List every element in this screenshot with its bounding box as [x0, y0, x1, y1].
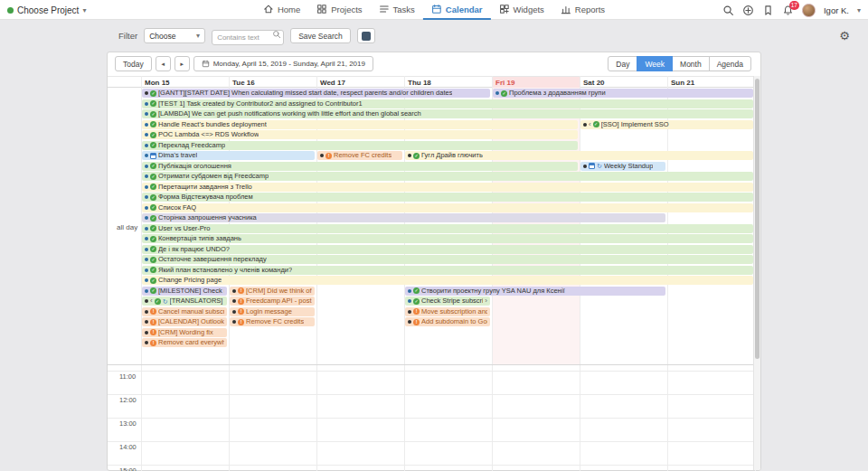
hour-line: [108, 371, 755, 372]
nav-item-widgets[interactable]: Widgets: [491, 0, 552, 20]
calendar-event[interactable]: ‹✓[SSO] Implement SSO: [580, 120, 753, 129]
event-color-dot: [145, 227, 148, 231]
chevron-down-icon[interactable]: ▾: [857, 6, 861, 14]
nav-item-tasks[interactable]: Tasks: [371, 0, 423, 20]
calendar-event[interactable]: Dima's travel: [142, 151, 315, 160]
calendar-event[interactable]: !Remove card everywhere: [142, 338, 227, 347]
notifications-bell-icon[interactable]: 17: [782, 5, 794, 16]
calendar-event[interactable]: !Remove FC credits: [230, 317, 315, 326]
calendar-event[interactable]: ✓Форма Відстежувача проблем: [142, 193, 753, 202]
calendar-event[interactable]: ![CRM] Did we think of ho...: [230, 287, 315, 296]
issue-icon: !: [238, 319, 244, 325]
recurring-icon: ↻: [163, 298, 168, 305]
calendar-event[interactable]: !Remove FC credits: [317, 151, 402, 160]
calendar-event[interactable]: ✓Де і як працює UNDO?: [142, 245, 753, 254]
calendar-event[interactable]: ✓[GANTT][START DATE] When calculating mi…: [142, 89, 490, 98]
calendar-event[interactable]: ✓Сторінка запрошення учасника: [142, 213, 665, 222]
view-button-agenda[interactable]: Agenda: [709, 56, 751, 71]
calendar-event[interactable]: ✓User vs User-Pro: [142, 224, 753, 233]
calendar-event[interactable]: !Freedcamp API - post to ...: [230, 297, 315, 306]
calendar-event[interactable]: ✓Гугл Драйв глючить: [405, 151, 753, 160]
event-title: Freedcamp API - post to ...: [246, 297, 312, 306]
calendar-event[interactable]: ✓Який план встановлено у членів команди?: [142, 266, 753, 275]
saved-searches-button[interactable]: [357, 28, 375, 43]
task-check-icon: ✓: [150, 100, 156, 107]
calendar-event[interactable]: ✓Проблема з додаванням групи: [493, 89, 753, 98]
prev-week-button[interactable]: ◄: [156, 56, 171, 71]
calendar-event[interactable]: ✓Check Stripe subscripti...›: [405, 297, 490, 306]
event-color-dot: [145, 154, 148, 157]
event-title: Move subscription and CC: [421, 307, 487, 316]
calendar-event[interactable]: ✓Отримати субдомен від Freedcamp: [142, 172, 753, 181]
scrollbar-thumb[interactable]: [755, 79, 760, 359]
settings-gear-icon[interactable]: ⚙: [839, 30, 850, 42]
nav-item-calendar[interactable]: Calendar: [423, 0, 491, 20]
save-search-button[interactable]: Save Search: [290, 28, 351, 43]
hour-line: [108, 465, 755, 466]
calendar-event[interactable]: !Login message: [230, 307, 315, 316]
add-icon[interactable]: [742, 5, 754, 16]
calendar-event[interactable]: ✓POC Lambda <=> RDS Workflow: [142, 130, 578, 139]
calendar-event[interactable]: ![CALENDAR] Outlook cale...: [142, 317, 227, 326]
main-nav: HomeProjectsTasksCalendarWidgetsReports: [255, 0, 613, 20]
date-range-button[interactable]: Monday, April 15, 2019 - Sunday, April 2…: [193, 56, 373, 71]
calendar-event[interactable]: ✓[MILESTONE] Check resul...: [142, 287, 227, 296]
calendar-event[interactable]: ✓Перетащити завдання з Trello: [142, 183, 753, 192]
search-icon[interactable]: [722, 5, 734, 16]
user-name[interactable]: Igor K.: [824, 5, 849, 15]
event-title: Login message: [246, 307, 292, 316]
bookmark-icon[interactable]: [762, 5, 774, 16]
calendar-event[interactable]: ✓Handle React's bundles deployment: [142, 120, 578, 129]
event-title: Change Pricing page: [158, 276, 222, 285]
issue-icon: !: [413, 319, 420, 325]
calendar-event[interactable]: ✓Остаточне завершення перекладу: [142, 255, 753, 264]
all-day-section: all day ✓[GANTT][START DATE] When calcul…: [108, 88, 755, 364]
next-week-button[interactable]: ►: [175, 56, 190, 71]
nav-item-reports[interactable]: Reports: [552, 0, 613, 20]
calendar-event[interactable]: ✓Конвертація типів завдань: [142, 234, 753, 243]
calendar-scrollbar[interactable]: [753, 76, 760, 470]
event-color-dot: [583, 123, 587, 127]
avatar[interactable]: [802, 4, 816, 17]
calendar-event[interactable]: ✓[LAMBDA] We can get push notifications …: [142, 109, 753, 118]
day-header-fri: Fri 19: [492, 77, 580, 88]
view-button-day[interactable]: Day: [608, 56, 637, 71]
calendar-event[interactable]: ‹✓↻[TRANSLATORS] Pr...: [142, 297, 227, 306]
event-title: Публікація оголошення: [158, 162, 231, 171]
view-button-week[interactable]: Week: [637, 56, 673, 71]
event-title: [CRM] Wording fix: [158, 328, 213, 337]
task-check-icon: ✓: [150, 121, 156, 127]
event-color-dot: [145, 320, 148, 324]
calendar-event[interactable]: ✓[TEST 1] Task created by Contributor2 a…: [142, 99, 753, 108]
event-color-dot: [145, 248, 148, 251]
event-color-dot: [145, 310, 148, 314]
calendar-event[interactable]: ✓Створити проектну групу YSA NAU для Ксе…: [405, 287, 665, 296]
calendar-event[interactable]: !Add subdomain to Google: [405, 317, 490, 326]
calendar-event[interactable]: !Move subscription and CC: [405, 307, 490, 316]
event-title: [CALENDAR] Outlook cale...: [158, 317, 224, 326]
nav-item-projects[interactable]: Projects: [308, 0, 370, 20]
continues-left-icon: ‹: [150, 297, 153, 306]
calendar-event[interactable]: ↻Weekly Standup: [580, 162, 665, 171]
event-title: Handle React's bundles deployment: [158, 120, 267, 129]
calendar-event[interactable]: ✓Публікація оголошення: [142, 162, 578, 171]
calendar-event[interactable]: ![CRM] Wording fix: [142, 328, 227, 337]
event-title: Гугл Драйв глючить: [421, 151, 483, 160]
today-button[interactable]: Today: [115, 56, 152, 71]
tasks-icon: [379, 4, 390, 14]
view-button-month[interactable]: Month: [672, 56, 710, 71]
calendar-event[interactable]: !Cancel manual subscripti...: [142, 307, 227, 316]
nav-item-home[interactable]: Home: [255, 0, 308, 20]
event-color-dot: [232, 320, 236, 324]
event-color-dot: [145, 237, 148, 240]
task-check-icon: ✓: [150, 174, 156, 180]
day-header-mon: Mon 15: [141, 77, 229, 88]
calendar-event[interactable]: ✓Change Pricing page: [142, 276, 753, 285]
event-title: User vs User-Pro: [158, 224, 211, 233]
project-selector[interactable]: Choose Project ▾: [7, 0, 86, 20]
filter-dropdown[interactable]: Choose ▾: [144, 28, 205, 43]
event-title: Отримати субдомен від Freedcamp: [158, 172, 269, 181]
event-color-dot: [232, 289, 236, 293]
calendar-event[interactable]: ✓Переклад Freedcamp: [142, 141, 578, 150]
calendar-event[interactable]: ✓Список FAQ: [142, 203, 753, 212]
